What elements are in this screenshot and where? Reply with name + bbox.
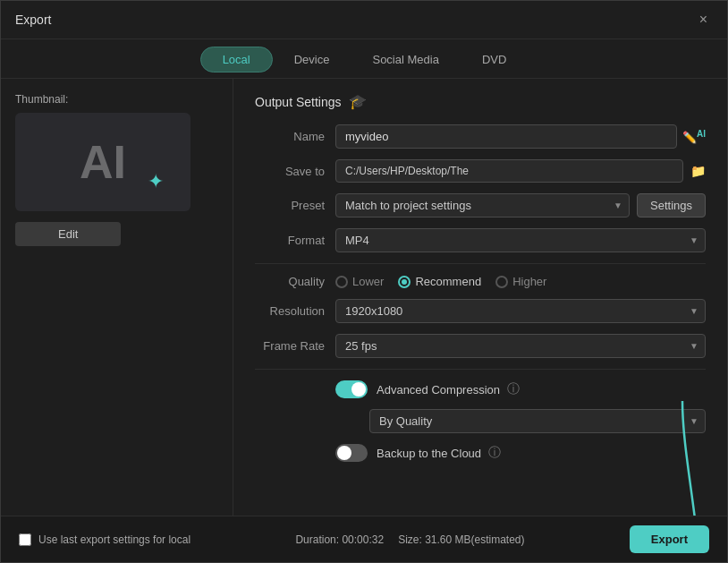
radio-lower[interactable]	[335, 276, 348, 288]
tab-dvd[interactable]: DVD	[461, 47, 528, 73]
advanced-compression-row: Advanced Compression ⓘ	[255, 380, 706, 398]
format-select[interactable]: MP4 MOV AVI	[335, 228, 706, 252]
tab-social-media[interactable]: Social Media	[351, 47, 460, 73]
toggle-knob-cloud	[337, 446, 351, 460]
divider-2	[255, 369, 706, 370]
export-button[interactable]: Export	[630, 525, 709, 553]
format-row: Format MP4 MOV AVI ▼	[255, 228, 706, 252]
edit-button[interactable]: Edit	[15, 222, 121, 246]
backup-cloud-label: Backup to the Cloud	[377, 447, 481, 460]
toggle-knob	[351, 382, 366, 397]
name-input[interactable]	[335, 124, 677, 149]
resolution-row: Resolution 1920x1080 1280x720 3840x2160 …	[255, 299, 706, 323]
window-title: Export	[15, 13, 51, 27]
help-icon[interactable]: ⓘ	[507, 381, 520, 397]
radio-higher[interactable]	[495, 276, 508, 288]
quality-radio-group: Lower Recommend Higher	[335, 275, 546, 288]
title-bar: Export ×	[1, 1, 727, 39]
preset-select[interactable]: Match to project settings	[335, 193, 630, 218]
last-settings-label: Use last export settings for local	[38, 533, 190, 546]
thumbnail-visual: AI ✦	[15, 113, 190, 211]
name-label: Name	[255, 130, 335, 143]
thumb-letter: AI	[80, 135, 126, 189]
save-to-path: C:/Users/HP/Desktop/The	[335, 159, 683, 183]
advanced-compression-label: Advanced Compression	[377, 383, 500, 397]
settings-button[interactable]: Settings	[637, 193, 706, 218]
quality-higher[interactable]: Higher	[495, 275, 546, 288]
frame-rate-row: Frame Rate 25 fps 30 fps 60 fps ▼	[255, 334, 706, 358]
backup-cloud-row: Backup to the Cloud ⓘ	[255, 444, 706, 462]
radio-recommend[interactable]	[398, 276, 411, 288]
preset-row: Preset Match to project settings ▼ Setti…	[255, 193, 706, 218]
advanced-compression-toggle[interactable]	[335, 380, 368, 398]
thumbnail-label: Thumbnail:	[15, 93, 68, 106]
tabs-bar: Local Device Social Media DVD	[1, 39, 727, 79]
section-header: Output Settings 🎓	[255, 93, 706, 110]
quality-label: Quality	[255, 275, 335, 288]
settings-icon: 🎓	[349, 93, 367, 110]
help-icon-cloud[interactable]: ⓘ	[488, 445, 501, 461]
section-title: Output Settings	[255, 95, 342, 109]
size-text: Size: 31.60 MB(estimated)	[398, 533, 524, 546]
name-row: Name ✏️AI	[255, 124, 706, 149]
export-window: Export × Local Device Social Media DVD T…	[0, 0, 728, 563]
frame-rate-label: Frame Rate	[255, 339, 335, 353]
last-settings-checkbox-label[interactable]: Use last export settings for local	[19, 533, 190, 546]
tab-device[interactable]: Device	[273, 47, 351, 73]
last-settings-checkbox[interactable]	[19, 533, 31, 546]
tab-local[interactable]: Local	[200, 47, 273, 73]
by-quality-select[interactable]: By Quality By Size	[369, 409, 706, 433]
save-to-row: Save to C:/Users/HP/Desktop/The 📁	[255, 159, 706, 183]
by-quality-row: By Quality By Size ▼	[255, 409, 706, 433]
quality-recommend-label: Recommend	[415, 275, 481, 288]
left-panel: Thumbnail: AI ✦ Edit	[1, 79, 233, 516]
main-area: Thumbnail: AI ✦ Edit Output Settings 🎓 N…	[1, 79, 727, 516]
divider-1	[255, 263, 706, 264]
preset-label: Preset	[255, 199, 335, 212]
save-to-label: Save to	[255, 165, 335, 178]
ai-icon: ✏️AI	[682, 129, 706, 144]
quality-recommend[interactable]: Recommend	[398, 275, 481, 288]
thumbnail-box: AI ✦	[15, 113, 190, 211]
close-button[interactable]: ×	[694, 10, 713, 30]
resolution-label: Resolution	[255, 304, 335, 318]
sparkle-icon: ✦	[148, 170, 164, 193]
quality-higher-label: Higher	[512, 275, 546, 288]
quality-lower[interactable]: Lower	[335, 275, 384, 288]
backup-cloud-toggle[interactable]	[335, 444, 368, 462]
bottom-bar: Use last export settings for local Durat…	[1, 516, 727, 562]
frame-rate-select[interactable]: 25 fps 30 fps 60 fps	[335, 334, 706, 358]
format-label: Format	[255, 234, 335, 247]
folder-icon[interactable]: 📁	[690, 164, 706, 178]
status-info: Duration: 00:00:32 Size: 31.60 MB(estima…	[295, 533, 524, 546]
right-panel: Output Settings 🎓 Name ✏️AI Save to C:/U…	[233, 79, 727, 516]
quality-lower-label: Lower	[352, 275, 384, 288]
quality-row: Quality Lower Recommend Higher	[255, 275, 706, 288]
resolution-select[interactable]: 1920x1080 1280x720 3840x2160	[335, 299, 706, 323]
duration-text: Duration: 00:00:32	[295, 533, 384, 546]
